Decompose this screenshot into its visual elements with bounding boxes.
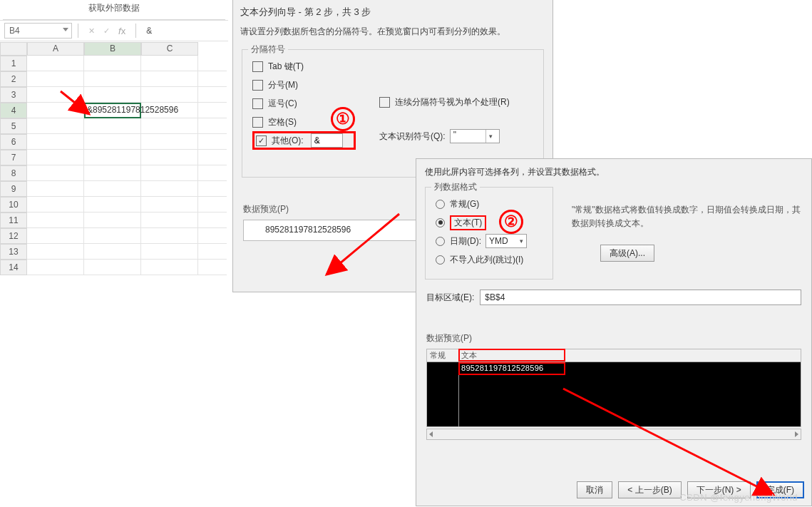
row-header[interactable]: 11 xyxy=(0,212,27,228)
fx-icon[interactable]: fx xyxy=(118,26,125,36)
dialog-desc: 请设置分列数据所包含的分隔符号。在预览窗口内可看到分列的效果。 xyxy=(233,23,553,45)
text-qualifier-row: 文本识别符号(Q): "▾ xyxy=(379,127,510,145)
preview-label: 数据预览(P) xyxy=(426,332,801,344)
row-header[interactable]: 2 xyxy=(0,71,27,87)
row-header[interactable]: 5 xyxy=(0,118,27,134)
namebox[interactable]: B4 xyxy=(4,23,72,39)
row-header[interactable]: 14 xyxy=(0,260,27,275)
formula-bar-content[interactable]: & xyxy=(146,26,152,36)
ribbon-group-label: 获取外部数据 xyxy=(0,0,228,20)
annotation-highlight xyxy=(458,349,565,362)
row-header[interactable]: 13 xyxy=(0,244,27,260)
watermark: CSDN @fengyehongWorld xyxy=(679,492,798,503)
checkbox-semicolon[interactable]: 分号(M) xyxy=(252,76,536,94)
row-header[interactable]: 6 xyxy=(0,134,27,150)
radio-skip[interactable]: 不导入此列(跳过)(I) xyxy=(436,250,545,269)
column-header[interactable]: B xyxy=(84,42,141,56)
row-header[interactable]: 12 xyxy=(0,228,27,244)
chevron-down-icon[interactable] xyxy=(63,28,68,31)
radio-text[interactable]: 文本(T) xyxy=(436,213,545,232)
group-delimiters: 分隔符号 xyxy=(248,43,288,56)
target-range-input[interactable]: $B$4 xyxy=(480,290,801,305)
chevron-down-icon: ▾ xyxy=(485,130,496,143)
dialog-desc: 使用此屏内容可选择各列，并设置其数据格式。 xyxy=(416,159,811,183)
text-qualifier-combo[interactable]: "▾ xyxy=(450,129,500,143)
target-range-row: 目标区域(E): $B$4 xyxy=(426,290,801,305)
checkbox-other[interactable]: ✓ 其他(O): xyxy=(252,131,356,150)
dialog-title: 文本分列向导 - 第 2 步，共 3 步 xyxy=(233,0,553,23)
preview-box[interactable]: 常规 文本 895281197812528596 xyxy=(426,349,801,427)
row-header[interactable]: 8 xyxy=(0,165,27,181)
cell-b4-value: &895281197812528596 xyxy=(87,105,178,115)
row-header[interactable]: 10 xyxy=(0,197,27,212)
row-header[interactable]: 9 xyxy=(0,181,27,197)
annotation-circle-1: ① xyxy=(331,107,355,131)
annotation-circle-2: ② xyxy=(499,210,523,234)
checkbox-consecutive[interactable]: 连续分隔符号视为单个处理(R) xyxy=(379,93,510,111)
horizontal-scrollbar[interactable] xyxy=(426,429,801,440)
format-hint: "常规"数据格式将数值转换成数字，日期值会转换成日期，其数据则转换成文本。 xyxy=(572,203,807,230)
cancel-button[interactable]: 取消 xyxy=(577,481,612,498)
chevron-down-icon: ▾ xyxy=(520,237,523,245)
check-icon: ✓ xyxy=(256,135,267,146)
date-format-combo[interactable]: YMD▾ xyxy=(485,234,527,248)
row-header[interactable]: 7 xyxy=(0,150,27,165)
advanced-button[interactable]: 高级(A)... xyxy=(600,245,654,262)
radio-general[interactable]: 常规(G) xyxy=(436,195,545,213)
accept-icon[interactable]: ✓ xyxy=(103,26,110,36)
radio-date[interactable]: 日期(D): YMD▾ xyxy=(436,232,545,250)
namebox-value: B4 xyxy=(9,26,20,36)
column-header[interactable]: A xyxy=(27,42,84,56)
column-header[interactable]: C xyxy=(141,42,198,56)
checkbox-tab[interactable]: Tab 键(T) xyxy=(252,57,536,76)
row-header[interactable]: 1 xyxy=(0,56,27,71)
select-all-corner[interactable] xyxy=(0,42,27,56)
group-column-format: 列数据格式 xyxy=(431,181,480,193)
other-delimiter-input[interactable] xyxy=(311,133,343,148)
text-to-columns-step3-dialog: 使用此屏内容可选择各列，并设置其数据格式。 列数据格式 常规(G) 文本(T) … xyxy=(416,158,812,506)
back-button[interactable]: < 上一步(B) xyxy=(618,481,681,498)
row-header[interactable]: 4 xyxy=(0,103,27,118)
row-header[interactable]: 3 xyxy=(0,87,27,103)
annotation-highlight xyxy=(458,362,565,375)
preview-col-header: 常规 xyxy=(430,350,446,361)
formula-bar: B4 ✕ ✓ fx & xyxy=(0,20,228,41)
cancel-icon[interactable]: ✕ xyxy=(88,26,95,36)
